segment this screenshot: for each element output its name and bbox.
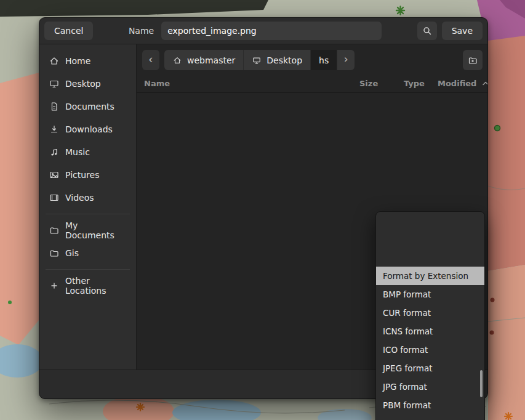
menu-item-ico[interactable]: ICO format <box>376 341 484 359</box>
menu-item-format-by-extension[interactable]: Format by Extension <box>376 267 484 285</box>
sidebar-item-videos[interactable]: Videos <box>43 187 132 209</box>
picture-icon <box>49 170 59 180</box>
map-marker-green-star <box>396 7 404 15</box>
filename-label: Name <box>129 26 154 36</box>
breadcrumb-label: webmaster <box>187 55 235 65</box>
menu-item-jpeg[interactable]: JPEG format <box>376 359 484 378</box>
back-button[interactable]: ‹ <box>142 50 159 70</box>
sidebar-bookmark-my-documents[interactable]: My Documents <box>43 219 132 241</box>
map-marker-red-dot-2 <box>490 331 494 335</box>
column-header-size[interactable]: Size <box>359 79 378 88</box>
sidebar-item-label: Pictures <box>65 170 99 180</box>
save-button[interactable]: Save <box>442 22 483 40</box>
cancel-button[interactable]: Cancel <box>44 22 93 40</box>
menu-item-cur[interactable]: CUR format <box>376 304 484 322</box>
column-header-type[interactable]: Type <box>404 79 425 88</box>
desktop-icon <box>252 56 262 65</box>
breadcrumb: webmaster Desktop hs › <box>164 50 355 70</box>
dialog-headerbar: Cancel Name Save <box>39 18 487 44</box>
folder-icon <box>49 248 59 258</box>
sidebar-item-downloads[interactable]: Downloads <box>43 118 132 140</box>
sidebar-bookmark-gis[interactable]: Gis <box>43 242 132 264</box>
film-icon <box>49 193 59 203</box>
search-button[interactable] <box>417 22 437 40</box>
breadcrumb-label: hs <box>319 55 329 65</box>
document-icon <box>49 102 59 111</box>
sidebar-item-label: Downloads <box>65 124 113 134</box>
column-header-name[interactable]: Name <box>144 79 170 88</box>
map-marker-small-green-dot <box>8 301 12 304</box>
home-icon <box>49 56 59 66</box>
breadcrumb-segment-hs[interactable]: hs <box>311 50 337 70</box>
menu-item-icns[interactable]: ICNS format <box>376 322 484 341</box>
sidebar-item-label: Home <box>65 56 90 66</box>
list-column-headers: Name Size Type Modified <box>137 75 487 93</box>
search-icon <box>422 26 432 36</box>
sort-ascending-icon <box>483 81 488 86</box>
plus-icon <box>49 281 59 291</box>
download-icon <box>49 124 59 134</box>
sidebar-separator <box>46 269 130 270</box>
folder-icon <box>49 225 59 235</box>
sidebar-item-home[interactable]: Home <box>43 50 132 72</box>
menu-scrollbar-thumb[interactable] <box>480 370 483 397</box>
sidebar-item-other-locations[interactable]: Other Locations <box>43 275 132 297</box>
sidebar-item-label: Desktop <box>65 79 101 89</box>
sidebar-item-documents[interactable]: Documents <box>43 95 132 118</box>
breadcrumb-next-button[interactable]: › <box>337 50 355 70</box>
sidebar-item-label: Music <box>65 147 90 157</box>
menu-item-jpg[interactable]: JPG format <box>376 378 484 396</box>
map-marker-red-dot <box>491 298 495 302</box>
map-marker-orange-star <box>137 403 144 411</box>
sidebar-item-label: My Documents <box>65 220 126 240</box>
breadcrumb-segment-desktop[interactable]: Desktop <box>244 50 311 70</box>
music-note-icon <box>49 147 59 157</box>
column-header-modified[interactable]: Modified <box>438 79 488 88</box>
screen: Cancel Name Save Home Desktop <box>0 0 525 420</box>
sidebar-item-music[interactable]: Music <box>43 141 132 163</box>
map-marker-orange-star-2 <box>505 413 512 420</box>
menu-item-pgm[interactable]: PGM format <box>376 414 484 420</box>
sidebar-item-label: Gis <box>65 248 79 258</box>
column-header-label: Modified <box>438 79 476 88</box>
menu-item-pbm[interactable]: PBM format <box>376 396 484 414</box>
sidebar-item-label: Documents <box>65 102 114 111</box>
filename-input[interactable] <box>161 22 382 40</box>
home-icon <box>172 56 182 65</box>
format-dropdown-menu: Format by Extension BMP format CUR forma… <box>375 211 485 420</box>
sidebar-item-pictures[interactable]: Pictures <box>43 164 132 186</box>
menu-blank-area <box>376 212 484 267</box>
sidebar-item-label: Other Locations <box>65 276 126 296</box>
map-marker-green-dot <box>495 126 500 131</box>
breadcrumb-segment-webmaster[interactable]: webmaster <box>164 50 244 70</box>
new-folder-icon <box>468 55 478 65</box>
sidebar-item-desktop[interactable]: Desktop <box>43 73 132 95</box>
desktop-icon <box>49 79 59 89</box>
places-sidebar: Home Desktop Documents Downloads Music <box>39 44 137 370</box>
sidebar-separator <box>46 214 130 214</box>
breadcrumb-label: Desktop <box>267 55 302 65</box>
pathbar: ‹ webmaster Desktop hs › <box>137 44 487 75</box>
menu-item-bmp[interactable]: BMP format <box>376 285 484 304</box>
new-folder-button[interactable] <box>463 50 483 70</box>
sidebar-item-label: Videos <box>65 193 94 203</box>
